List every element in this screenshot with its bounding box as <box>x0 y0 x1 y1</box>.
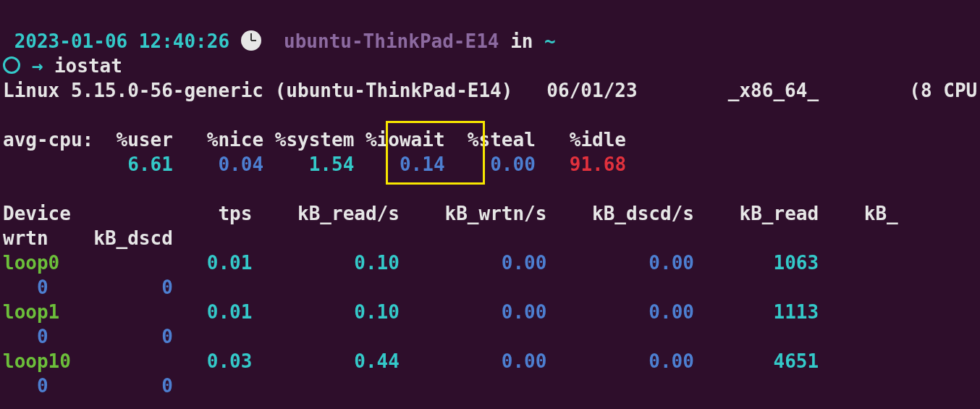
dev-kb-dscd-s: 0.00 <box>649 350 694 372</box>
hdr-kb-read-s: kB_read/s <box>297 203 400 224</box>
in-word: in <box>510 30 533 52</box>
val-user: 6.61 <box>127 153 173 175</box>
dev-kb-read: 1113 <box>774 301 819 323</box>
hdr-kb-wrtn-s: kB_wrtn/s <box>445 203 547 224</box>
hdr-device: Device <box>3 203 71 224</box>
terminal-output: 2023-01-06 12:40:26 ubuntu-ThinkPad-E14 … <box>0 0 980 398</box>
dev-kb-read: 4651 <box>774 350 819 372</box>
hdr-user: %user <box>117 129 173 151</box>
dev-kb-dscd-s: 0.00 <box>649 252 694 274</box>
hdr-iowait: %iowait <box>366 129 445 151</box>
cwd: ~ <box>544 30 556 52</box>
dev-kb-wrtn-s: 0.00 <box>502 350 547 372</box>
hdr-steal: %steal <box>468 129 536 151</box>
hdr-kb-dscd: kB_dscd <box>93 227 173 249</box>
val-system: 1.54 <box>309 153 355 175</box>
command: iostat <box>54 55 122 77</box>
table-row-wrap: 0 0 <box>3 375 173 397</box>
dev-kb-read-s: 0.10 <box>354 301 400 323</box>
device-header-line2: wrtn kB_dscd <box>3 227 173 249</box>
dev-tps: 0.01 <box>207 252 253 274</box>
dev-kb-dscd: 0 <box>161 375 173 397</box>
system-line: Linux 5.15.0-56-generic (ubuntu-ThinkPad… <box>3 80 980 101</box>
table-row: loop1 0.01 0.10 0.00 0.00 1113 <box>3 301 819 323</box>
dev-kb-wrtn: 0 <box>37 375 48 397</box>
dev-name: loop1 <box>3 301 59 323</box>
dev-kb-read-s: 0.44 <box>354 350 400 372</box>
dev-kb-wrtn-s: 0.00 <box>502 252 547 274</box>
table-row-wrap: 0 0 <box>3 326 173 347</box>
arrow-icon: → <box>32 55 43 77</box>
val-iowait: 0.14 <box>400 153 445 175</box>
dev-tps: 0.01 <box>207 301 253 323</box>
cpu-block: avg-cpu: %user %nice %system %iowait %st… <box>3 127 626 177</box>
dev-kb-wrtn: 0 <box>37 326 48 347</box>
dev-tps: 0.03 <box>207 350 253 372</box>
dev-name: loop0 <box>3 252 59 274</box>
dev-kb-dscd: 0 <box>161 326 173 347</box>
dev-kb-wrtn: 0 <box>37 277 48 298</box>
dev-kb-dscd: 0 <box>161 277 173 298</box>
hdr-kb-dscd-s: kB_dscd/s <box>592 203 694 224</box>
hostname: ubuntu-ThinkPad-E14 <box>284 30 499 52</box>
table-row: loop10 0.03 0.44 0.00 0.00 4651 <box>3 350 819 372</box>
hdr-nice: %nice <box>207 129 263 151</box>
hdr-kb-read: kB_read <box>740 203 819 224</box>
device-header-line1: Device tps kB_read/s kB_wrtn/s kB_dscd/s… <box>3 203 898 224</box>
prompt-line-2[interactable]: → iostat <box>3 55 122 77</box>
table-row: loop0 0.01 0.10 0.00 0.00 1063 <box>3 252 819 274</box>
dev-kb-read-s: 0.10 <box>354 252 400 274</box>
table-row-wrap: 0 0 <box>3 277 173 298</box>
hdr-idle: %idle <box>570 129 626 151</box>
dev-kb-read: 1063 <box>774 252 819 274</box>
circle-icon <box>3 56 20 74</box>
hdr-kb-wrap: kB_ <box>864 203 898 224</box>
timestamp: 2023-01-06 12:40:26 <box>14 30 229 52</box>
val-idle: 91.68 <box>570 153 626 175</box>
dev-kb-dscd-s: 0.00 <box>649 301 694 323</box>
val-nice: 0.04 <box>218 153 263 175</box>
clock-icon <box>241 30 261 51</box>
hdr-tps: tps <box>218 203 252 224</box>
val-steal: 0.00 <box>490 153 536 175</box>
prompt-line-1: 2023-01-06 12:40:26 ubuntu-ThinkPad-E14 … <box>3 30 556 52</box>
hdr-system: %system <box>275 129 355 151</box>
dev-kb-wrtn-s: 0.00 <box>502 301 547 323</box>
avg-cpu-label: avg-cpu: <box>3 129 93 151</box>
dev-name: loop10 <box>3 350 71 372</box>
